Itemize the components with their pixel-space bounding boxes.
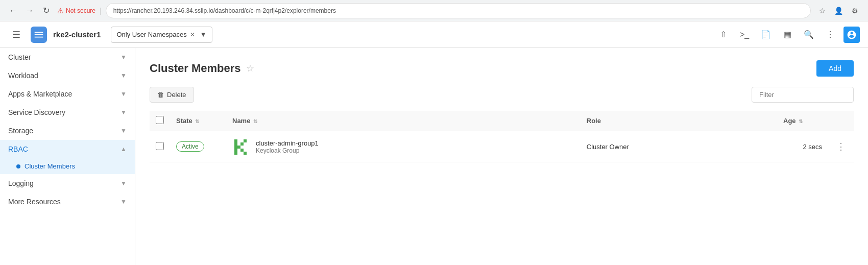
svg-rect-4: [234, 149, 237, 152]
state-badge: Active: [176, 141, 204, 152]
th-select-all: [150, 111, 170, 131]
th-age[interactable]: Age ⇅: [777, 111, 828, 131]
svg-rect-10: [244, 152, 247, 155]
td-checkbox: [150, 131, 170, 162]
user-avatar[interactable]: [843, 27, 860, 43]
sidebar-logging-label: Logging: [8, 179, 34, 187]
sidebar-cluster-label: Cluster: [8, 53, 31, 61]
state-column-label: State: [176, 117, 192, 125]
row-checkbox[interactable]: [156, 142, 164, 150]
extensions-btn[interactable]: ⚙: [848, 4, 862, 18]
forward-button[interactable]: →: [22, 4, 37, 18]
member-primary-name: cluster-admin-group1: [256, 139, 319, 147]
svg-rect-1: [234, 139, 237, 142]
security-label: Not secure: [66, 7, 95, 14]
sidebar-workload-chevron-icon: ▼: [120, 72, 127, 79]
add-button[interactable]: Add: [816, 60, 854, 77]
th-role: Role: [581, 111, 777, 131]
sidebar-cluster-chevron-icon: ▼: [120, 54, 127, 61]
sidebar-storage-chevron-icon: ▼: [120, 127, 127, 134]
sidebar-logging-chevron-icon: ▼: [120, 180, 127, 187]
svg-rect-9: [244, 139, 247, 142]
trash-icon: 🗑: [157, 91, 164, 99]
svg-rect-2: [234, 142, 237, 146]
hamburger-button[interactable]: ☰: [8, 27, 25, 43]
search-button[interactable]: 🔍: [801, 27, 817, 43]
sidebar-workload-label: Workload: [8, 71, 38, 80]
svg-rect-6: [237, 146, 240, 149]
svg-rect-8: [240, 149, 244, 152]
back-button[interactable]: ←: [6, 4, 20, 18]
td-role: Cluster Owner: [581, 131, 777, 162]
row-actions-button[interactable]: ⋮: [834, 139, 848, 154]
sidebar-service-chevron-icon: ▼: [120, 109, 127, 116]
profile-btn[interactable]: 👤: [831, 4, 846, 18]
members-table: State ⇅ Name ⇅ Role Age ⇅: [150, 111, 854, 162]
topbar: ☰ rke2-cluster1 Only User Namespaces ✕ ▼…: [0, 21, 868, 48]
td-state: Active: [170, 131, 226, 162]
th-state[interactable]: State ⇅: [170, 111, 226, 131]
sidebar-child-cluster-members[interactable]: Cluster Members: [0, 158, 135, 174]
td-age: 2 secs: [777, 131, 828, 162]
state-sort-icon: ⇅: [195, 118, 199, 124]
sidebar-cluster-members-label: Cluster Members: [25, 162, 75, 170]
nav-buttons: ← → ↻: [6, 4, 53, 18]
name-column-label: Name: [232, 117, 250, 125]
sidebar-item-rbac[interactable]: RBAC ▲: [0, 140, 135, 158]
warning-icon: ⚠: [57, 7, 64, 15]
member-role: Cluster Owner: [587, 143, 629, 151]
main-content: Cluster Members ☆ Add 🗑 Delete Stat: [135, 48, 868, 265]
more-options-button[interactable]: ⋮: [822, 27, 838, 43]
upload-button[interactable]: ⇧: [715, 27, 731, 43]
age-column-label: Age: [783, 117, 796, 125]
svg-rect-7: [240, 142, 244, 146]
member-info: cluster-admin-group1 Keycloak Group: [256, 139, 319, 154]
member-age: 2 secs: [803, 143, 822, 151]
app-layout: Cluster ▼ Workload ▼ Apps & Marketplace …: [0, 21, 868, 265]
user-avatar-icon: [847, 30, 857, 40]
td-name: cluster-admin-group1 Keycloak Group: [226, 131, 581, 162]
svg-rect-3: [234, 146, 237, 149]
namespace-filter[interactable]: Only User Namespaces ✕ ▼: [111, 27, 212, 43]
rancher-logo-icon: [33, 29, 44, 40]
table-header: State ⇅ Name ⇅ Role Age ⇅: [150, 111, 854, 131]
member-secondary-name: Keycloak Group: [256, 147, 319, 154]
sidebar-item-apps-marketplace[interactable]: Apps & Marketplace ▼: [0, 85, 135, 103]
bookmark-btn[interactable]: ☆: [815, 4, 829, 18]
namespace-dropdown-icon[interactable]: ▼: [200, 31, 207, 38]
filter-input[interactable]: [752, 87, 854, 103]
age-sort-icon: ⇅: [799, 118, 803, 124]
favorite-star-icon[interactable]: ☆: [246, 63, 254, 74]
namespace-filter-close-icon[interactable]: ✕: [190, 31, 195, 38]
page-title-row: Cluster Members ☆: [150, 62, 254, 75]
sidebar-storage-label: Storage: [8, 127, 33, 135]
file-button[interactable]: 📄: [758, 27, 774, 43]
url-divider: |: [100, 7, 102, 15]
sidebar-item-storage[interactable]: Storage ▼: [0, 122, 135, 140]
table-row: Active: [150, 131, 854, 162]
security-badge: ⚠ Not secure: [57, 7, 95, 15]
th-name[interactable]: Name ⇅: [226, 111, 581, 131]
role-column-label: Role: [587, 117, 601, 125]
namespace-filter-label: Only User Namespaces: [116, 31, 186, 38]
topbar-actions: ⇧ >_ 📄 ▦ 🔍 ⋮: [715, 27, 860, 43]
member-name-cell: cluster-admin-group1 Keycloak Group: [232, 137, 574, 156]
svg-rect-5: [234, 152, 237, 155]
name-sort-icon: ⇅: [253, 118, 257, 124]
browser-chrome: ← → ↻ ⚠ Not secure | https://rancher.20.…: [0, 0, 868, 21]
sidebar-rbac-chevron-icon: ▲: [120, 146, 127, 153]
sidebar-item-service-discovery[interactable]: Service Discovery ▼: [0, 103, 135, 122]
url-bar[interactable]: https://rancher.20.193.246.34.sslip.io/d…: [106, 3, 811, 18]
th-actions: [828, 111, 854, 131]
url-text: https://rancher.20.193.246.34.sslip.io/d…: [113, 7, 336, 14]
sidebar-item-workload[interactable]: Workload ▼: [0, 66, 135, 85]
select-all-checkbox[interactable]: [156, 116, 164, 124]
sidebar-item-more-resources[interactable]: More Resources ▼: [0, 192, 135, 211]
sidebar-more-label: More Resources: [8, 198, 61, 206]
copy-button[interactable]: ▦: [779, 27, 795, 43]
sidebar-item-cluster[interactable]: Cluster ▼: [0, 48, 135, 66]
reload-button[interactable]: ↻: [39, 4, 53, 18]
delete-button[interactable]: 🗑 Delete: [150, 87, 194, 103]
sidebar-item-logging[interactable]: Logging ▼: [0, 174, 135, 192]
terminal-button[interactable]: >_: [736, 27, 753, 43]
